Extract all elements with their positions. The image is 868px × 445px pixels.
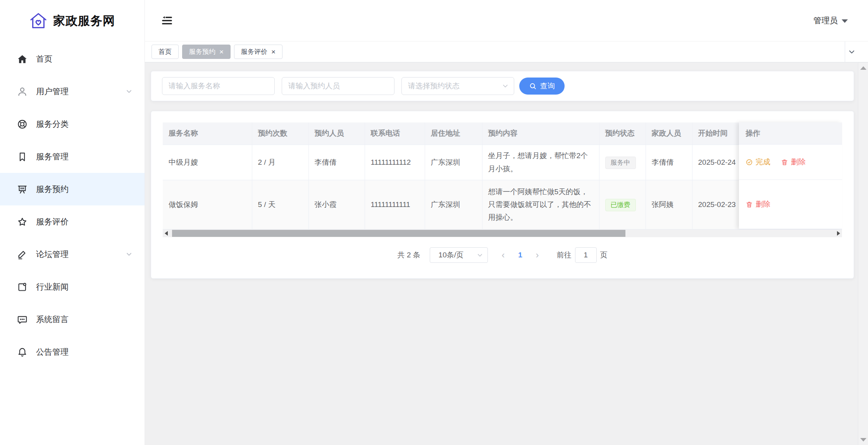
trash-icon <box>746 201 753 208</box>
cell-worker: 张阿姨 <box>646 180 692 229</box>
content: 查询 服务名称 预约次数 预约人员 <box>145 62 868 445</box>
page-size-value: 10条/页 <box>439 250 463 260</box>
col-status: 预约状态 <box>599 122 646 145</box>
news-icon <box>17 282 28 292</box>
delete-action[interactable]: 删除 <box>781 157 806 167</box>
trash-icon <box>781 159 788 166</box>
cell-phone: 11111111111 <box>365 180 425 229</box>
cell-content: 想请一个阿姨帮忙做5天的饭，只需要做饭就可以了，其他的不用操心。 <box>482 180 599 229</box>
operation-column: 操作 完成 <box>739 122 842 229</box>
sidebar-item-service-booking[interactable]: 服务预约 <box>0 173 145 205</box>
user-icon <box>17 86 28 97</box>
page-unit-label: 页 <box>600 250 608 260</box>
tags-bar: 首页 服务预约 × 服务评价 × <box>145 41 868 62</box>
cell-address: 广东深圳 <box>425 145 482 180</box>
tab-home[interactable]: 首页 <box>152 45 179 59</box>
goto-label: 前往 <box>557 250 572 260</box>
goto-page-input[interactable] <box>575 247 597 263</box>
sidebar-item-service-reviews[interactable]: 服务评价 <box>0 205 145 238</box>
sidebar-item-label: 公告管理 <box>36 347 69 357</box>
app-root: 家政服务网 首页 用户管理 <box>0 0 868 445</box>
scroll-right-arrow-icon[interactable] <box>837 231 840 236</box>
cell-person: 李倩倩 <box>308 145 365 180</box>
check-circle-icon <box>746 159 753 166</box>
chevron-down-icon <box>125 250 133 258</box>
search-button[interactable]: 查询 <box>519 78 565 95</box>
horizontal-scrollbar-thumb[interactable] <box>172 230 625 237</box>
bookings-panel: 服务名称 预约次数 预约人员 联系电话 居住地址 预约内容 预约状态 家政人员 … <box>151 111 854 279</box>
sidebar-item-label: 服务分类 <box>36 119 69 129</box>
cell-service: 做饭保姆 <box>163 180 252 229</box>
prev-page-button[interactable]: ‹ <box>495 250 512 260</box>
next-page-button[interactable]: › <box>529 250 546 260</box>
main-area: 管理员 首页 服务预约 × 服务评价 × <box>145 0 868 445</box>
search-icon <box>529 82 537 90</box>
pagination: 共 2 条 10条/页 ‹ 1 › 前往 页 <box>163 244 842 266</box>
page-size-select[interactable]: 10条/页 <box>430 247 488 263</box>
booking-person-input[interactable] <box>282 77 394 95</box>
col-frequency: 预约次数 <box>252 122 308 145</box>
edit-icon <box>17 249 28 260</box>
sidebar-menu: 首页 用户管理 服务分类 <box>0 41 145 368</box>
logo: 家政服务网 <box>0 0 145 41</box>
sidebar-item-label: 用户管理 <box>36 86 69 97</box>
tab-service-reviews[interactable]: 服务评价 × <box>234 45 282 59</box>
close-icon[interactable]: × <box>219 48 224 55</box>
search-panel: 查询 <box>151 71 854 101</box>
caret-down-icon <box>842 19 848 23</box>
delete-label: 删除 <box>756 199 770 209</box>
col-operation: 操作 <box>739 122 842 145</box>
sidebar-item-announcements[interactable]: 公告管理 <box>0 336 145 368</box>
vertical-scrollbar[interactable] <box>858 63 868 445</box>
close-icon[interactable]: × <box>271 48 276 55</box>
complete-action[interactable]: 完成 <box>746 157 770 167</box>
sidebar-item-system-messages[interactable]: 系统留言 <box>0 303 145 336</box>
collapse-sidebar-icon[interactable] <box>161 15 173 26</box>
service-name-input[interactable] <box>162 77 275 95</box>
category-icon <box>17 119 28 129</box>
admin-dropdown[interactable]: 管理员 <box>813 15 848 26</box>
logo-house-heart-icon <box>29 12 47 30</box>
sidebar-item-industry-news[interactable]: 行业新闻 <box>0 271 145 303</box>
sidebar-item-label: 服务管理 <box>36 151 69 162</box>
tabs-dropdown-button[interactable] <box>845 41 858 62</box>
star-icon <box>17 217 28 227</box>
tab-label: 服务预约 <box>189 47 215 56</box>
cell-frequency: 5 / 天 <box>252 180 308 229</box>
chevron-down-icon <box>847 48 856 56</box>
horizontal-scrollbar[interactable] <box>163 229 842 237</box>
cell-frequency: 2 / 月 <box>252 145 308 180</box>
sidebar-item-service-management[interactable]: 服务管理 <box>0 140 145 173</box>
scroll-left-arrow-icon[interactable] <box>165 231 168 236</box>
col-service-name: 服务名称 <box>163 122 252 145</box>
home-icon <box>17 54 28 64</box>
booking-status-value[interactable] <box>401 77 514 95</box>
search-button-label: 查询 <box>540 81 555 91</box>
tab-service-booking[interactable]: 服务预约 × <box>182 45 231 59</box>
scroll-down-arrow-icon[interactable] <box>860 438 866 442</box>
cell-service: 中级月嫂 <box>163 145 252 180</box>
scroll-up-arrow-icon[interactable] <box>860 66 866 70</box>
col-worker: 家政人员 <box>646 122 692 145</box>
sidebar-item-home[interactable]: 首页 <box>0 43 145 75</box>
bookmark-icon <box>17 152 28 162</box>
topbar: 管理员 <box>145 0 868 41</box>
sidebar-item-label: 服务预约 <box>36 184 69 195</box>
page-number-current[interactable]: 1 <box>512 251 529 259</box>
complete-label: 完成 <box>756 157 770 167</box>
sidebar-item-label: 论坛管理 <box>36 249 69 260</box>
tab-label: 首页 <box>158 47 172 56</box>
col-phone: 联系电话 <box>365 122 425 145</box>
cell-worker: 李倩倩 <box>646 145 692 180</box>
sidebar-item-forum-management[interactable]: 论坛管理 <box>0 238 145 271</box>
booking-status-select[interactable] <box>401 77 514 95</box>
chevron-down-icon <box>476 252 484 259</box>
sidebar-item-label: 行业新闻 <box>36 281 69 292</box>
col-address: 居住地址 <box>425 122 482 145</box>
delete-action[interactable]: 删除 <box>746 199 770 209</box>
sidebar-item-service-categories[interactable]: 服务分类 <box>0 108 145 140</box>
tab-label: 服务评价 <box>241 47 267 56</box>
sidebar-item-users[interactable]: 用户管理 <box>0 75 145 108</box>
message-icon <box>17 314 28 325</box>
status-badge: 服务中 <box>605 157 636 169</box>
